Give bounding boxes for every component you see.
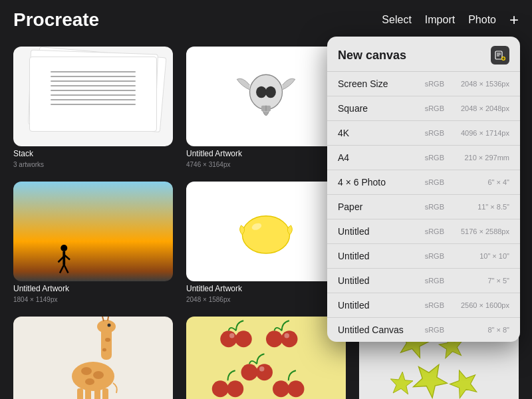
canvas-preset-size: 2048 × 1536px (450, 80, 509, 88)
canvas-preset-name: Untitled Canvas (338, 325, 425, 335)
thumbnail (13, 182, 173, 281)
svg-point-57 (285, 333, 290, 338)
svg-marker-63 (390, 371, 414, 395)
canvas-preset-row[interactable]: Paper sRGB 11" × 8.5" (327, 195, 520, 219)
canvas-preset-size: 6" × 4" (450, 178, 509, 186)
svg-point-51 (256, 364, 273, 380)
svg-point-47 (235, 331, 252, 347)
canvas-preset-color: sRGB (425, 277, 444, 285)
svg-point-49 (281, 331, 298, 347)
list-item[interactable]: Untitled Artwork 2048 × 1586px (186, 182, 346, 303)
item-title: Untitled Artwork (186, 149, 346, 158)
svg-point-1 (256, 86, 267, 98)
list-item[interactable]: Untitled Artwork 2048 × 2048px (186, 317, 346, 399)
svg-point-26 (102, 348, 106, 352)
new-canvas-add-button[interactable] (491, 46, 509, 65)
plus-button[interactable]: + (509, 12, 519, 28)
canvas-preset-row[interactable]: Untitled sRGB 2560 × 1600px (327, 293, 520, 318)
canvas-preset-color: sRGB (425, 129, 444, 137)
list-item[interactable]: Untitled Artwork 1024 × 1024px (13, 317, 173, 399)
thumbnail (186, 182, 346, 281)
new-canvas-header: New canvas (327, 37, 520, 72)
svg-rect-36 (77, 388, 83, 399)
thumbnail (13, 317, 173, 399)
canvas-preset-size: 8" × 8" (450, 326, 509, 334)
canvas-preset-name: Square (338, 103, 425, 114)
svg-point-53 (227, 380, 243, 397)
canvas-preset-size: 2560 × 1600px (450, 301, 509, 309)
canvas-preset-name: 4 × 6 Photo (338, 177, 425, 188)
item-subtitle: 2048 × 1586px (186, 296, 346, 303)
svg-marker-62 (447, 366, 481, 399)
canvas-preset-row[interactable]: 4K sRGB 4096 × 1714px (327, 121, 520, 146)
canvas-preset-name: Untitled (338, 275, 425, 286)
thumbnail (13, 47, 173, 146)
svg-line-31 (108, 317, 108, 321)
canvas-preset-size: 10" × 10" (450, 252, 509, 260)
item-title: Untitled Artwork (13, 284, 173, 293)
canvas-preset-row[interactable]: Untitled sRGB 7" × 5" (327, 269, 520, 293)
canvas-preset-color: sRGB (425, 80, 444, 88)
svg-point-5 (61, 245, 67, 251)
svg-point-46 (220, 331, 237, 347)
item-subtitle: 3 artworks (13, 161, 173, 168)
svg-point-25 (105, 338, 110, 342)
new-canvas-icon (495, 50, 505, 61)
svg-point-2 (265, 86, 276, 98)
canvas-preset-size: 5176 × 2588px (450, 227, 509, 235)
canvas-preset-name: Paper (338, 201, 425, 212)
canvas-preset-name: Untitled (338, 251, 425, 261)
header-actions: Select Import Photo + (382, 12, 519, 28)
thumbnail (186, 47, 346, 146)
item-subtitle: 4746 × 3164px (186, 161, 346, 168)
canvas-preset-color: sRGB (425, 326, 444, 334)
canvas-preset-row[interactable]: Square sRGB 2048 × 2048px (327, 96, 520, 121)
canvas-preset-name: Untitled (338, 300, 425, 311)
svg-point-55 (288, 380, 305, 397)
svg-rect-38 (94, 388, 100, 399)
canvas-preset-name: A4 (338, 152, 425, 163)
canvas-preset-name: Screen Size (338, 78, 425, 89)
canvas-preset-color: sRGB (425, 178, 444, 186)
thumbnail (186, 317, 346, 399)
svg-point-27 (97, 320, 116, 333)
canvas-preset-row[interactable]: Untitled Canvas sRGB 8" × 8" (327, 318, 520, 342)
canvas-preset-color: sRGB (425, 252, 444, 260)
canvas-preset-color: sRGB (425, 104, 444, 112)
canvas-preset-size: 7" × 5" (450, 277, 509, 285)
app-header: Procreate Select Import Photo + (0, 0, 532, 40)
canvas-preset-row[interactable]: Untitled sRGB 10" × 10" (327, 244, 520, 269)
canvas-preset-row[interactable]: 4 × 6 Photo sRGB 6" × 4" (327, 170, 520, 195)
svg-point-11 (242, 216, 289, 253)
list-item[interactable]: Untitled Artwork 4746 × 3164px (186, 47, 346, 168)
item-subtitle: 1804 × 1149px (13, 296, 173, 303)
svg-point-48 (266, 331, 283, 347)
list-item[interactable]: Untitled Artwork 1804 × 1149px (13, 182, 173, 303)
canvas-preset-row[interactable]: A4 sRGB 210 × 297mm (327, 146, 520, 170)
svg-rect-64 (495, 51, 502, 59)
canvas-preset-color: sRGB (425, 227, 444, 235)
svg-point-33 (81, 367, 92, 375)
svg-point-50 (241, 364, 258, 380)
svg-marker-61 (408, 356, 453, 399)
canvas-preset-name: 4K (338, 128, 425, 138)
photo-button[interactable]: Photo (468, 14, 496, 26)
new-canvas-title: New canvas (338, 49, 406, 63)
canvas-preset-size: 11" × 8.5" (450, 203, 509, 211)
svg-point-58 (259, 366, 265, 372)
canvas-preset-color: sRGB (425, 203, 444, 211)
svg-line-9 (64, 265, 68, 273)
canvas-preset-row[interactable]: Untitled sRGB 5176 × 2588px (327, 219, 520, 244)
new-canvas-rows: Screen Size sRGB 2048 × 1536px Square sR… (327, 72, 520, 342)
import-button[interactable]: Import (425, 14, 455, 26)
list-item[interactable]: Stack 3 artworks (13, 47, 173, 168)
canvas-preset-size: 210 × 297mm (450, 154, 509, 162)
app-title: Procreate (13, 9, 99, 31)
svg-rect-39 (102, 388, 108, 399)
canvas-preset-row[interactable]: Screen Size sRGB 2048 × 1536px (327, 72, 520, 96)
svg-point-54 (273, 380, 289, 397)
svg-point-29 (108, 324, 111, 327)
svg-point-56 (229, 333, 235, 338)
select-button[interactable]: Select (382, 14, 411, 26)
canvas-preset-color: sRGB (425, 154, 444, 162)
